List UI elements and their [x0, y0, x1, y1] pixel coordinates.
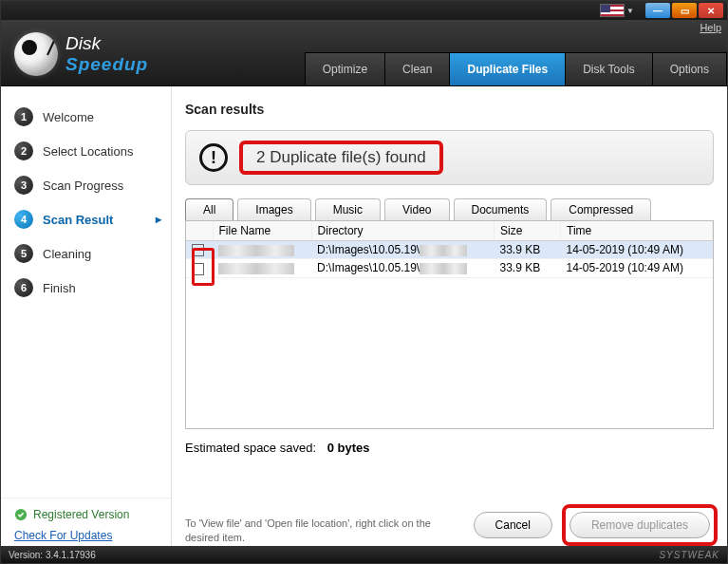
results-table: File Name Directory Size Time D:\Images\… [186, 221, 713, 278]
logo-text-disk: Disk [65, 33, 148, 54]
row-checkbox[interactable] [192, 244, 204, 256]
window-close-button[interactable]: ✕ [699, 3, 723, 18]
col-time[interactable]: Time [561, 221, 713, 241]
filter-compressed[interactable]: Compressed [551, 198, 651, 220]
results-table-wrap: File Name Directory Size Time D:\Images\… [185, 220, 714, 429]
col-directory[interactable]: Directory [311, 221, 494, 241]
version-label: Version: 3.4.1.17936 [9, 550, 96, 560]
hint-text: To 'View file' and 'Open file location',… [185, 517, 451, 544]
step-scan-result[interactable]: 4Scan Result [1, 202, 171, 236]
step-label: Scan Result [43, 213, 113, 227]
language-flag-icon[interactable] [600, 4, 625, 17]
wizard-sidebar: 1Welcome 2Select Locations 3Scan Progres… [1, 86, 172, 552]
tab-disk-tools[interactable]: Disk Tools [565, 52, 651, 85]
registered-status: Registered Version [14, 508, 158, 521]
check-circle-icon [14, 508, 28, 521]
logo-area: Disk Speedup [1, 32, 161, 85]
step-scan-progress[interactable]: 3Scan Progress [1, 168, 171, 202]
step-welcome[interactable]: 1Welcome [1, 100, 171, 134]
tab-options[interactable]: Options [652, 52, 727, 85]
filter-images[interactable]: Images [237, 198, 310, 220]
filter-all[interactable]: All [185, 198, 233, 220]
step-select-locations[interactable]: 2Select Locations [1, 134, 171, 168]
result-banner: ! 2 Duplicate file(s) found [185, 130, 714, 185]
check-updates-link[interactable]: Check For Updates [14, 529, 158, 542]
col-filename[interactable]: File Name [213, 221, 311, 241]
window-minimize-button[interactable]: — [645, 3, 670, 18]
step-label: Select Locations [43, 144, 133, 159]
app-logo-icon [14, 32, 58, 76]
status-bar: Version: 3.4.1.17936 SYSTWEAK [1, 546, 727, 563]
table-row[interactable]: D:\Images\10.05.19\ 33.9 KB 14-05-2019 (… [186, 259, 713, 277]
main-tabs: Optimize Clean Duplicate Files Disk Tool… [305, 52, 727, 85]
step-label: Cleaning [43, 247, 91, 261]
step-label: Finish [43, 281, 76, 295]
window-maximize-button[interactable]: ▭ [672, 3, 697, 18]
step-label: Welcome [43, 110, 94, 124]
file-name-redacted [218, 245, 294, 256]
exclamation-icon: ! [199, 143, 228, 172]
app-header: Disk Speedup Optimize Clean Duplicate Fi… [1, 20, 727, 86]
filter-music[interactable]: Music [315, 198, 381, 220]
tab-optimize[interactable]: Optimize [305, 52, 384, 85]
col-size[interactable]: Size [495, 221, 561, 241]
remove-duplicates-highlight: Remove duplicates [562, 504, 718, 546]
content-pane: Scan results ! 2 Duplicate file(s) found… [172, 86, 727, 552]
step-label: Scan Progress [43, 179, 123, 193]
row-checkbox[interactable] [192, 263, 204, 275]
filter-video[interactable]: Video [384, 198, 449, 220]
step-cleaning[interactable]: 5Cleaning [1, 236, 171, 271]
remove-duplicates-button[interactable]: Remove duplicates [569, 512, 710, 538]
brand-footer: SYSTWEAK [659, 550, 719, 560]
duplicate-count-highlight: 2 Duplicate file(s) found [239, 141, 443, 175]
page-title: Scan results [185, 102, 714, 117]
logo-text-speedup: Speedup [65, 54, 148, 75]
file-name-redacted [218, 263, 294, 274]
window-titlebar: ▼ — ▭ ✕ [1, 1, 727, 20]
language-dropdown-icon[interactable]: ▼ [626, 7, 634, 15]
cancel-button[interactable]: Cancel [474, 512, 552, 538]
table-row[interactable]: D:\Images\10.05.19\ 33.9 KB 14-05-2019 (… [186, 241, 713, 259]
estimated-space-saved: Estimated space saved: 0 bytes [185, 441, 714, 455]
filter-tabs: All Images Music Video Documents Compres… [185, 198, 714, 220]
tab-duplicate-files[interactable]: Duplicate Files [449, 52, 565, 85]
filter-documents[interactable]: Documents [454, 198, 548, 220]
step-finish[interactable]: 6Finish [1, 271, 171, 305]
help-link[interactable]: Help [700, 22, 721, 33]
tab-clean[interactable]: Clean [384, 52, 449, 85]
